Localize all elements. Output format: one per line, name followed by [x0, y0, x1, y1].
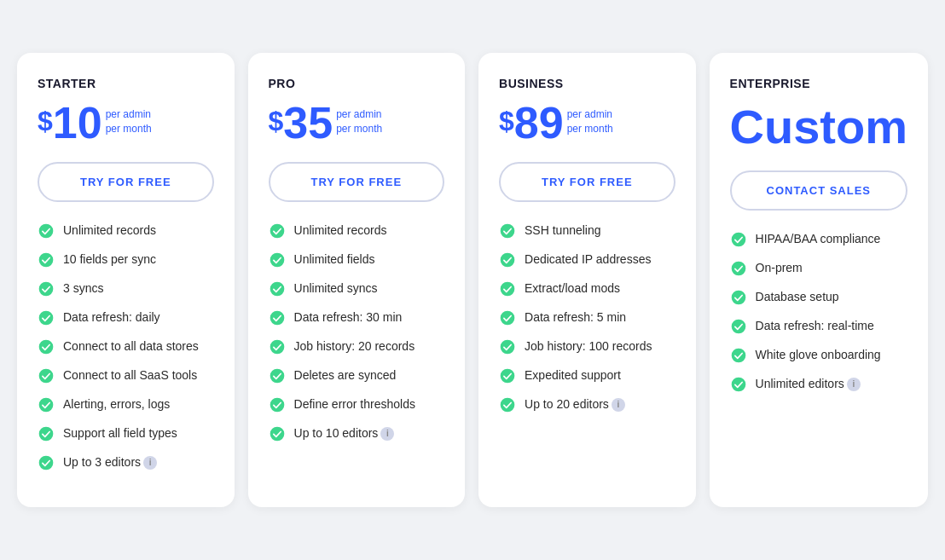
feature-text: Job history: 100 records: [525, 338, 652, 355]
list-item: Job history: 20 records: [269, 338, 445, 355]
svg-point-9: [270, 224, 284, 239]
features-list-starter: Unlimited records10 fields per sync3 syn…: [38, 222, 214, 471]
feature-text: Connect to all SaaS tools: [63, 367, 197, 384]
check-icon: [499, 251, 516, 268]
plan-name-starter: STARTER: [38, 77, 214, 90]
check-icon: [499, 222, 516, 240]
feature-text: Expedited support: [525, 367, 621, 384]
feature-text: Unlimited fields: [294, 251, 375, 268]
info-icon[interactable]: i: [612, 398, 625, 412]
svg-point-23: [501, 398, 515, 413]
check-icon: [269, 309, 286, 326]
list-item: Dedicated IP addresses: [499, 251, 675, 268]
check-icon: [499, 367, 516, 384]
svg-point-12: [270, 311, 284, 326]
svg-point-7: [39, 427, 54, 442]
svg-point-21: [501, 340, 515, 355]
list-item: Extract/load mods: [499, 280, 675, 297]
price-block-enterprise: Custom: [730, 101, 907, 153]
check-icon: [499, 280, 516, 297]
feature-text: 3 syncs: [63, 280, 103, 297]
pricing-grid: STARTER$10per adminper monthTRY FOR FREE…: [17, 53, 928, 507]
check-icon: [38, 338, 55, 355]
list-item: Alerting, errors, logs: [38, 396, 214, 413]
price-symbol-pro: $: [269, 106, 284, 137]
list-item: Unlimited records: [38, 222, 214, 240]
feature-text: Data refresh: daily: [63, 309, 160, 326]
svg-point-18: [501, 253, 515, 268]
feature-text: Data refresh: real-time: [756, 318, 874, 335]
list-item: On-prem: [730, 260, 907, 277]
price-amount-pro: 35: [283, 101, 333, 145]
check-icon: [38, 222, 55, 240]
list-item: Data refresh: daily: [38, 309, 214, 326]
info-icon[interactable]: i: [847, 378, 861, 391]
feature-text: Up to 10 editorsi: [294, 425, 395, 442]
list-item: Data refresh: 30 min: [269, 309, 445, 326]
check-icon: [730, 231, 747, 248]
check-icon: [269, 396, 286, 413]
svg-point-10: [270, 253, 284, 268]
check-icon: [730, 376, 747, 393]
feature-text: Data refresh: 5 min: [525, 309, 626, 326]
list-item: Connect to all SaaS tools: [38, 367, 214, 384]
svg-point-11: [270, 282, 284, 297]
feature-text: Up to 20 editorsi: [525, 396, 625, 413]
check-icon: [499, 338, 516, 355]
feature-text: Up to 3 editorsi: [63, 454, 157, 471]
price-label-business: per adminper month: [567, 107, 613, 136]
svg-point-14: [270, 369, 284, 384]
price-block-pro: $35per adminper month: [269, 101, 445, 145]
list-item: SSH tunneling: [499, 222, 675, 240]
check-icon: [269, 222, 286, 240]
list-item: Unlimited syncs: [269, 280, 445, 297]
svg-point-5: [39, 369, 54, 384]
info-icon[interactable]: i: [143, 456, 157, 470]
check-icon: [730, 289, 747, 306]
feature-text: White glove onboarding: [756, 347, 881, 364]
plan-card-starter: STARTER$10per adminper monthTRY FOR FREE…: [17, 53, 235, 507]
feature-text: On-prem: [756, 260, 803, 277]
svg-point-15: [270, 398, 284, 413]
svg-point-3: [39, 311, 54, 326]
svg-point-26: [731, 290, 745, 304]
check-icon: [38, 251, 55, 268]
list-item: White glove onboarding: [730, 347, 907, 364]
cta-button-enterprise[interactable]: CONTACT SALES: [730, 170, 907, 211]
feature-text: Define error thresholds: [294, 396, 415, 413]
check-icon: [730, 260, 747, 277]
check-icon: [38, 396, 55, 413]
svg-point-22: [501, 369, 515, 384]
svg-point-28: [731, 348, 745, 362]
svg-point-1: [39, 253, 54, 268]
check-icon: [730, 318, 747, 335]
list-item: Unlimited records: [269, 222, 445, 240]
check-icon: [269, 251, 286, 268]
check-icon: [38, 309, 55, 326]
cta-button-business[interactable]: TRY FOR FREE: [499, 162, 675, 202]
feature-text: Job history: 20 records: [294, 338, 415, 355]
list-item: Up to 10 editorsi: [269, 425, 445, 442]
plan-name-pro: PRO: [269, 77, 445, 90]
svg-point-27: [731, 319, 745, 333]
feature-text: Extract/load mods: [525, 280, 620, 297]
check-icon: [269, 425, 286, 442]
svg-point-6: [39, 398, 54, 413]
check-icon: [499, 396, 516, 413]
check-icon: [269, 367, 286, 384]
check-icon: [38, 367, 55, 384]
feature-text: Unlimited records: [63, 222, 156, 240]
price-amount-starter: 10: [53, 101, 102, 145]
check-icon: [269, 338, 286, 355]
cta-button-starter[interactable]: TRY FOR FREE: [38, 162, 214, 202]
svg-point-25: [731, 261, 745, 275]
list-item: Unlimited fields: [269, 251, 445, 268]
svg-point-4: [39, 340, 54, 355]
price-block-starter: $10per adminper month: [38, 101, 214, 145]
svg-point-24: [731, 232, 745, 246]
list-item: 10 fields per sync: [38, 251, 214, 268]
price-block-business: $89per adminper month: [499, 101, 675, 145]
check-icon: [269, 280, 286, 297]
cta-button-pro[interactable]: TRY FOR FREE: [269, 162, 445, 202]
info-icon[interactable]: i: [380, 427, 394, 441]
